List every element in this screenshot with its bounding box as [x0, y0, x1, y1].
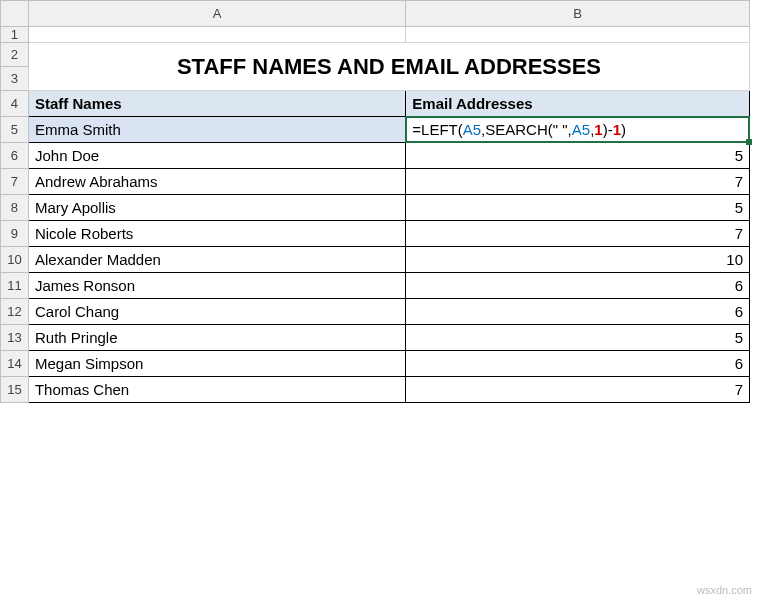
cell-A8[interactable]: Mary Apollis	[28, 195, 405, 221]
formula-ref-a5-1: A5	[463, 121, 481, 138]
cell-A7[interactable]: Andrew Abrahams	[28, 169, 405, 195]
row-header-6[interactable]: 6	[1, 143, 29, 169]
row-header-9[interactable]: 9	[1, 221, 29, 247]
row-header-11[interactable]: 11	[1, 273, 29, 299]
row-header-13[interactable]: 13	[1, 325, 29, 351]
cell-B8[interactable]: 5	[406, 195, 750, 221]
cell-A11[interactable]: James Ronson	[28, 273, 405, 299]
header-email-addresses[interactable]: Email Addresses	[406, 91, 750, 117]
row-header-7[interactable]: 7	[1, 169, 29, 195]
cell-B13[interactable]: 5	[406, 325, 750, 351]
cell-B14[interactable]: 6	[406, 351, 750, 377]
cell-B7[interactable]: 7	[406, 169, 750, 195]
cell-B5-active[interactable]: =LEFT(A5,SEARCH(" ",A5,1)-1)	[406, 117, 750, 143]
row-header-1[interactable]: 1	[1, 27, 29, 43]
formula-close: )-	[603, 121, 613, 138]
formula-close: )	[621, 121, 626, 138]
col-header-A[interactable]: A	[28, 1, 405, 27]
spreadsheet-grid[interactable]: A B 1 2 STAFF NAMES AND EMAIL ADDRESSES …	[0, 0, 750, 403]
row-header-8[interactable]: 8	[1, 195, 29, 221]
row-header-2[interactable]: 2	[1, 43, 29, 67]
fill-handle[interactable]	[746, 139, 752, 145]
cell-A9[interactable]: Nicole Roberts	[28, 221, 405, 247]
cell-A14[interactable]: Megan Simpson	[28, 351, 405, 377]
formula-num-1b: 1	[613, 121, 621, 138]
formula-ref-a5-2: A5	[572, 121, 590, 138]
select-all-corner[interactable]	[1, 1, 29, 27]
title-cell[interactable]: STAFF NAMES AND EMAIL ADDRESSES	[28, 43, 749, 91]
cell-B9[interactable]: 7	[406, 221, 750, 247]
formula-fn-search: SEARCH(	[485, 121, 553, 138]
row-header-10[interactable]: 10	[1, 247, 29, 273]
row-header-5[interactable]: 5	[1, 117, 29, 143]
cell-B12[interactable]: 6	[406, 299, 750, 325]
formula-string: " "	[553, 121, 568, 138]
cell-A5[interactable]: Emma Smith	[28, 117, 405, 143]
cell-B6[interactable]: 5	[406, 143, 750, 169]
formula-part: =	[412, 121, 421, 138]
cell-B15[interactable]: 7	[406, 377, 750, 403]
cell-A10[interactable]: Alexander Madden	[28, 247, 405, 273]
col-header-B[interactable]: B	[406, 1, 750, 27]
cell-A15[interactable]: Thomas Chen	[28, 377, 405, 403]
row-header-4[interactable]: 4	[1, 91, 29, 117]
cell-A1[interactable]	[28, 27, 405, 43]
cell-B1[interactable]	[406, 27, 750, 43]
cell-A12[interactable]: Carol Chang	[28, 299, 405, 325]
watermark-text: wsxdn.com	[697, 584, 752, 596]
formula-fn-left: LEFT(	[421, 121, 463, 138]
row-header-3[interactable]: 3	[1, 67, 29, 91]
header-staff-names[interactable]: Staff Names	[28, 91, 405, 117]
formula-num-1a: 1	[594, 121, 602, 138]
formula-editor[interactable]: =LEFT(A5,SEARCH(" ",A5,1)-1)	[412, 121, 626, 138]
row-header-14[interactable]: 14	[1, 351, 29, 377]
cell-A6[interactable]: John Doe	[28, 143, 405, 169]
row-header-15[interactable]: 15	[1, 377, 29, 403]
row-header-12[interactable]: 12	[1, 299, 29, 325]
cell-A13[interactable]: Ruth Pringle	[28, 325, 405, 351]
cell-B11[interactable]: 6	[406, 273, 750, 299]
cell-B10[interactable]: 10	[406, 247, 750, 273]
